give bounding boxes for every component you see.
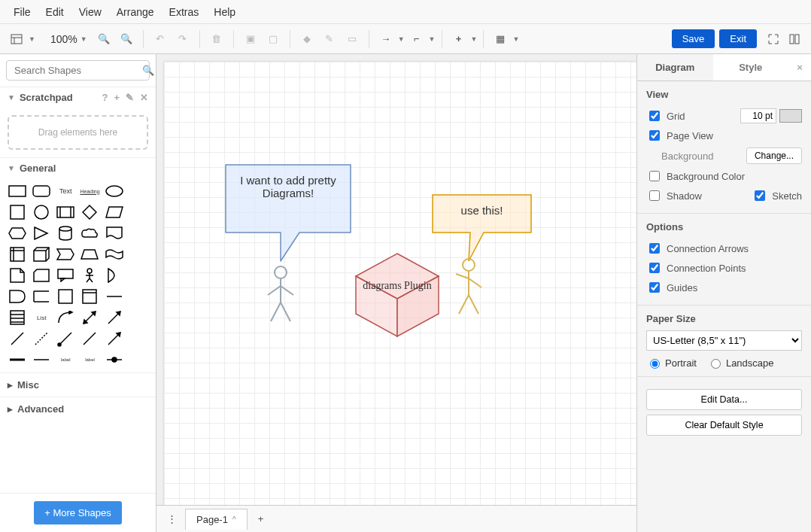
shape-blank8[interactable]: [129, 330, 148, 347]
shape-cloud[interactable]: [80, 225, 99, 242]
shadow-icon[interactable]: ▭: [342, 29, 363, 50]
add-page-icon[interactable]: +: [251, 509, 272, 530]
guides-checkbox[interactable]: [649, 282, 660, 293]
shape-blank5[interactable]: [129, 267, 148, 284]
format-panel-icon[interactable]: [784, 29, 805, 50]
shape-square[interactable]: [8, 204, 27, 220]
fullscreen-icon[interactable]: [763, 29, 784, 50]
shape-cylinder[interactable]: [56, 225, 75, 242]
grid-size-input[interactable]: [740, 108, 776, 123]
zoom-level[interactable]: 100% ▼: [46, 32, 92, 47]
shape-link2[interactable]: [32, 351, 51, 368]
grid-color-swatch[interactable]: [779, 109, 802, 123]
delete-icon[interactable]: 🗑: [206, 29, 227, 50]
search-shapes-wrap[interactable]: 🔍: [6, 60, 150, 81]
misc-header[interactable]: ▸ Misc: [0, 372, 156, 397]
shape-trapezoid[interactable]: [80, 246, 99, 263]
shape-actor[interactable]: [80, 267, 99, 284]
shadow-checkbox[interactable]: [649, 190, 660, 201]
general-header[interactable]: ▼ General: [0, 157, 156, 178]
shape-blank2[interactable]: [129, 204, 148, 220]
shape-list-item[interactable]: List: [32, 309, 51, 326]
clear-style-button[interactable]: Clear Default Style: [646, 415, 802, 436]
shape-blank3[interactable]: [129, 225, 148, 242]
shape-card[interactable]: [32, 267, 51, 284]
conn-points-checkbox[interactable]: [649, 263, 660, 273]
paper-size-select[interactable]: US-Letter (8,5" x 11"): [646, 330, 802, 351]
search-icon[interactable]: 🔍: [142, 65, 154, 76]
shape-container[interactable]: [56, 288, 75, 305]
menu-view[interactable]: View: [71, 3, 109, 21]
shape-list[interactable]: [8, 309, 27, 326]
menu-help[interactable]: Help: [206, 3, 243, 21]
fill-color-icon[interactable]: ◆: [296, 29, 317, 50]
redo-icon[interactable]: ↷: [172, 29, 193, 50]
shape-line4[interactable]: [105, 330, 124, 347]
tab-style[interactable]: Style: [713, 54, 789, 81]
callout-blue[interactable]: I want to add pretty Diagrams!: [224, 163, 352, 246]
shape-tape[interactable]: [105, 246, 124, 263]
close-icon[interactable]: ✕: [140, 92, 148, 103]
shape-arrow[interactable]: [105, 309, 124, 326]
shape-blank[interactable]: [129, 183, 148, 199]
shape-diamond[interactable]: [80, 204, 99, 220]
landscape-radio[interactable]: [711, 359, 721, 369]
shape-internal-storage[interactable]: [8, 246, 27, 263]
scratchpad-header[interactable]: ▼ Scratchpad ? + ✎ ✕: [0, 87, 156, 108]
shape-blank9[interactable]: [129, 351, 148, 368]
shape-link-label2[interactable]: label: [80, 351, 99, 368]
shape-blank7[interactable]: [129, 309, 148, 326]
shape-line2[interactable]: [56, 330, 75, 347]
shape-ellipse[interactable]: [105, 183, 124, 199]
shape-note[interactable]: [8, 267, 27, 284]
drawing-page[interactable]: I want to add pretty Diagrams!: [164, 62, 636, 505]
menu-arrange[interactable]: Arrange: [109, 3, 162, 21]
cube-shape[interactable]: diagrams Plugin: [352, 250, 442, 340]
help-icon[interactable]: ?: [102, 92, 108, 103]
connection-icon[interactable]: →: [375, 29, 396, 50]
advanced-header[interactable]: ▸ Advanced: [0, 397, 156, 421]
shape-cube[interactable]: [32, 246, 51, 263]
conn-arrows-checkbox[interactable]: [649, 243, 660, 254]
shape-rounded-rect[interactable]: [32, 183, 51, 199]
shape-datastore[interactable]: [32, 288, 51, 305]
page-view-checkbox[interactable]: [649, 130, 660, 141]
edit-icon[interactable]: ✎: [126, 92, 134, 103]
menu-file[interactable]: File: [6, 3, 38, 21]
shape-hexagon[interactable]: [8, 225, 27, 242]
shape-heading[interactable]: Heading: [80, 183, 99, 199]
shape-link-label[interactable]: label: [56, 351, 75, 368]
shape-and[interactable]: [8, 288, 27, 305]
shape-circle[interactable]: [32, 204, 51, 220]
shape-callout[interactable]: [56, 267, 75, 284]
layout-dropdown-icon[interactable]: [6, 29, 27, 50]
shape-process[interactable]: [56, 204, 75, 220]
scratchpad-drop-zone[interactable]: Drag elements here: [8, 115, 148, 150]
close-panel-icon[interactable]: ×: [788, 54, 811, 81]
canvas-scroll[interactable]: I want to add pretty Diagrams!: [156, 54, 636, 505]
shape-line[interactable]: [8, 330, 27, 347]
shape-bidir-arrow[interactable]: [80, 309, 99, 326]
shape-triangle[interactable]: [32, 225, 51, 242]
shape-line3[interactable]: [80, 330, 99, 347]
stick-figure-grey[interactable]: [262, 265, 299, 327]
undo-icon[interactable]: ↶: [150, 29, 171, 50]
change-bg-button[interactable]: Change...: [746, 147, 802, 164]
save-button[interactable]: Save: [672, 29, 715, 48]
tab-diagram[interactable]: Diagram: [637, 54, 713, 81]
shape-hline[interactable]: [105, 288, 124, 305]
search-shapes-input[interactable]: [13, 64, 142, 77]
shape-or[interactable]: [105, 267, 124, 284]
line-color-icon[interactable]: ✎: [319, 29, 340, 50]
shape-curve-arrow[interactable]: [56, 309, 75, 326]
insert-icon[interactable]: +: [448, 29, 469, 50]
shape-document[interactable]: [105, 225, 124, 242]
sketch-checkbox[interactable]: [755, 190, 765, 201]
shape-dashed-line[interactable]: [32, 330, 51, 347]
more-shapes-button[interactable]: + More Shapes: [34, 501, 122, 524]
waypoints-icon[interactable]: ⌐: [406, 29, 427, 50]
add-icon[interactable]: +: [114, 92, 120, 103]
to-back-icon[interactable]: ▢: [263, 29, 284, 50]
edit-data-button[interactable]: Edit Data...: [646, 389, 802, 410]
menu-extras[interactable]: Extras: [162, 3, 207, 21]
